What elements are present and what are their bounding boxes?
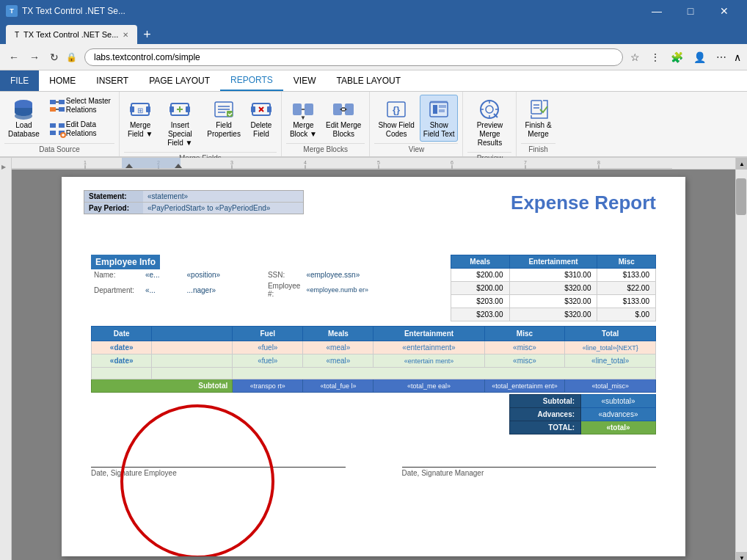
edit-data-button[interactable]: Edit DataRelations bbox=[45, 118, 114, 140]
merge-blocks-label: Merge Blocks bbox=[286, 143, 365, 153]
svg-rect-21 bbox=[186, 106, 190, 112]
profile-button[interactable]: 👤 bbox=[690, 50, 709, 65]
emp-num-value: «employee.numb er» bbox=[303, 280, 443, 299]
total-2: «line_total» bbox=[565, 354, 656, 368]
preview-entertainment-1: $320.00 bbox=[509, 282, 597, 295]
back-button[interactable]: ← bbox=[6, 50, 22, 65]
preview-header-misc: Misc bbox=[597, 255, 656, 269]
scroll-up-button[interactable]: ▲ bbox=[736, 158, 747, 170]
forward-button[interactable]: → bbox=[26, 50, 43, 65]
show-field-codes-button[interactable]: {} Show FieldCodes bbox=[374, 95, 418, 142]
select-master-button[interactable]: Select MasterRelations bbox=[45, 95, 114, 117]
scrollbar-vertical[interactable]: ▲ ▼ bbox=[735, 158, 747, 560]
show-field-codes-icon: {} bbox=[385, 98, 408, 121]
col-total: Total bbox=[565, 327, 656, 341]
merge-field-button[interactable]: ⊞ MergeField ▼ bbox=[124, 95, 156, 142]
employee-and-preview: Employee Info Name: «e... «position» SSN… bbox=[91, 255, 656, 321]
preview-meals-1: $200.00 bbox=[451, 282, 510, 295]
scroll-down-button[interactable]: ▼ bbox=[736, 552, 747, 560]
ribbon-group-preview: PreviewMerge Results Preview bbox=[463, 92, 517, 156]
horizontal-ruler: 1 2 3 4 5 6 7 8 bbox=[12, 158, 735, 170]
maximize-button[interactable]: □ bbox=[674, 0, 707, 22]
data-source-label: Data Source bbox=[4, 143, 114, 153]
tab-file[interactable]: FILE bbox=[0, 70, 39, 91]
delete-field-button[interactable]: DeleteField bbox=[246, 95, 277, 142]
edit-data-icon bbox=[48, 120, 66, 138]
edit-merge-blocks-button[interactable]: Edit MergeBlocks bbox=[322, 95, 365, 142]
col-meals: Meals bbox=[303, 327, 374, 341]
show-field-codes-label: Show FieldCodes bbox=[378, 121, 414, 139]
more-button[interactable]: ⋯ bbox=[713, 50, 729, 65]
title-bar-left: T TX Text Control .NET Se... bbox=[6, 5, 125, 17]
footer-section: Date, Signature Employee Date, Signature… bbox=[91, 464, 656, 477]
preview-merge-button[interactable]: PreviewMerge Results bbox=[467, 95, 511, 150]
col-transport bbox=[152, 327, 233, 341]
advances-label: Advances: bbox=[510, 408, 581, 421]
bookmark-button[interactable]: ☆ bbox=[627, 50, 643, 65]
ribbon-group-merge-blocks: ▼ MergeBlock ▼ Edit MergeBlocks Merge Bl… bbox=[282, 92, 371, 156]
employee-section-header: Employee Info bbox=[91, 255, 160, 269]
tab-reports[interactable]: REPORTS bbox=[220, 70, 283, 91]
advances-summary-row: Advances: «advances» bbox=[510, 408, 656, 421]
employee-row-name: Name: «e... «position» SSN: «employee.ss… bbox=[91, 269, 443, 280]
svg-rect-48 bbox=[439, 105, 446, 108]
total-value: «total» bbox=[581, 421, 656, 434]
address-bar[interactable]: labs.textcontrol.com/simple bbox=[84, 48, 623, 66]
tab-insert[interactable]: INSERT bbox=[86, 70, 139, 91]
merge-block-label: MergeBlock ▼ bbox=[290, 121, 317, 139]
tab-close-btn[interactable]: ✕ bbox=[123, 31, 128, 39]
view-label: View bbox=[374, 143, 458, 153]
document-area: ▶ 1 2 3 4 5 6 7 8 bbox=[0, 158, 747, 560]
scroll-thumb[interactable] bbox=[736, 178, 746, 215]
ruler-mark: ▶ bbox=[1, 164, 6, 170]
meals-2: «meal» bbox=[303, 354, 374, 368]
ribbon-group-data-source: LoadDatabase Select MasterRelations Edit… bbox=[0, 92, 120, 156]
svg-rect-10 bbox=[50, 131, 56, 135]
field-properties-button[interactable]: FieldProperties bbox=[203, 95, 244, 142]
misc-1: «misc» bbox=[484, 341, 565, 354]
relations-buttons: Select MasterRelations Edit DataRelation… bbox=[45, 95, 114, 140]
minimize-button[interactable]: — bbox=[640, 0, 674, 22]
pay-period-value: «PayPeriodStart» to «PayPeriodEnd» bbox=[143, 203, 274, 214]
tab-view[interactable]: VIEW bbox=[283, 70, 327, 91]
finish-merge-button[interactable]: Finish &Merge bbox=[521, 95, 555, 142]
dept-label: Department: bbox=[91, 280, 142, 299]
menu-button[interactable]: ⋮ bbox=[647, 50, 663, 65]
date-2: «date» bbox=[92, 354, 152, 368]
new-tab-button[interactable]: + bbox=[137, 27, 157, 43]
tab-home[interactable]: HOME bbox=[39, 70, 86, 91]
edit-merge-blocks-icon bbox=[332, 98, 355, 121]
meals-1: «meal» bbox=[303, 341, 374, 354]
page-area[interactable]: Expense Report Statement: «statement» Pa… bbox=[12, 170, 735, 560]
data-row-1: «date» «fuel» «meal» «entertainment» «mi… bbox=[92, 341, 656, 354]
preview-table: Meals Entertainment Misc $200.00 $310.00 bbox=[451, 255, 656, 321]
refresh-button[interactable]: ↻ bbox=[47, 50, 62, 65]
load-database-button[interactable]: LoadDatabase bbox=[4, 95, 43, 142]
subtotal-label: Subtotal bbox=[92, 379, 233, 393]
show-field-text-label: ShowField Text bbox=[423, 121, 455, 139]
preview-header-row: Meals Entertainment Misc bbox=[451, 255, 656, 269]
preview-data-row-3: $203.00 $320.00 $.00 bbox=[451, 308, 656, 321]
svg-text:7: 7 bbox=[524, 160, 527, 165]
tab-table-layout[interactable]: TABLE LAYOUT bbox=[327, 70, 412, 91]
preview-misc-3: $.00 bbox=[597, 308, 656, 321]
show-field-text-button[interactable]: ShowField Text bbox=[420, 95, 459, 142]
svg-text:▼: ▼ bbox=[300, 114, 306, 121]
merge-block-button[interactable]: ▼ MergeBlock ▼ bbox=[286, 95, 321, 142]
svg-rect-3 bbox=[59, 100, 65, 104]
browser-tab[interactable]: T TX Text Control .NET Se... ✕ bbox=[6, 25, 137, 44]
close-button[interactable]: ✕ bbox=[707, 0, 741, 22]
manager-value: ...nager» bbox=[184, 280, 265, 299]
pay-period-label: Pay Period: bbox=[84, 203, 143, 214]
browser-chrome: ← → ↻ 🔒 labs.textcontrol.com/simple ☆ ⋮ … bbox=[0, 44, 747, 70]
extensions-button[interactable]: 🧩 bbox=[668, 50, 686, 65]
pay-period-row: Pay Period: «PayPeriodStart» to «PayPeri… bbox=[84, 203, 303, 214]
svg-text:{}: {} bbox=[393, 104, 400, 115]
preview-data-row-2: $203.00 $320.00 $133.00 bbox=[451, 295, 656, 308]
preview-header-meals: Meals bbox=[451, 255, 510, 269]
collapse-button[interactable]: ∧ bbox=[734, 51, 741, 63]
subtotal-meals: «total_me eal» bbox=[374, 379, 484, 393]
col-fuel: Fuel bbox=[233, 327, 303, 341]
tab-page-layout[interactable]: PAGE LAYOUT bbox=[139, 70, 220, 91]
insert-special-field-button[interactable]: Insert SpecialField ▼ bbox=[158, 95, 202, 150]
